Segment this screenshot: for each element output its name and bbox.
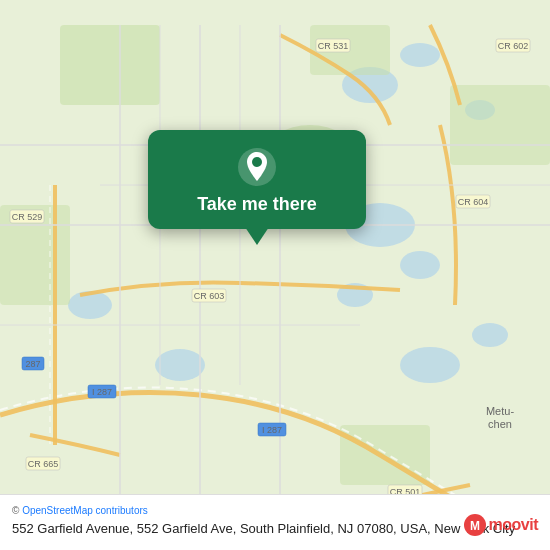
popup-callout[interactable]: Take me there — [148, 130, 366, 229]
svg-text:I 287: I 287 — [262, 425, 282, 435]
take-me-there-label: Take me there — [197, 194, 317, 215]
svg-text:M: M — [470, 519, 480, 533]
svg-text:287: 287 — [25, 359, 40, 369]
location-pin-icon — [238, 148, 276, 186]
svg-point-6 — [155, 349, 205, 381]
svg-text:chen: chen — [488, 418, 512, 430]
svg-point-48 — [252, 157, 262, 167]
moovit-icon: M — [464, 514, 486, 536]
svg-text:CR 602: CR 602 — [498, 41, 529, 51]
osm-link[interactable]: OpenStreetMap contributors — [22, 505, 148, 516]
svg-point-1 — [400, 43, 440, 67]
svg-rect-10 — [60, 25, 160, 105]
svg-point-8 — [472, 323, 508, 347]
moovit-text: moovit — [489, 516, 538, 534]
address-text: 552 Garfield Avenue, 552 Garfield Ave, S… — [12, 520, 538, 538]
svg-rect-12 — [450, 85, 550, 165]
map-svg: CR 531 CR 602 CR 604 CR 529 CR 603 I 287… — [0, 0, 550, 550]
svg-point-7 — [400, 347, 460, 383]
svg-point-4 — [400, 251, 440, 279]
svg-text:Metu-: Metu- — [486, 405, 514, 417]
map-container: CR 531 CR 602 CR 604 CR 529 CR 603 I 287… — [0, 0, 550, 550]
attribution: © OpenStreetMap contributors — [12, 505, 538, 516]
moovit-logo: M moovit — [464, 514, 538, 536]
bottom-bar: © OpenStreetMap contributors 552 Garfiel… — [0, 494, 550, 550]
svg-text:CR 604: CR 604 — [458, 197, 489, 207]
svg-text:CR 529: CR 529 — [12, 212, 43, 222]
svg-text:I 287: I 287 — [92, 387, 112, 397]
svg-text:CR 603: CR 603 — [194, 291, 225, 301]
svg-text:CR 531: CR 531 — [318, 41, 349, 51]
svg-text:CR 665: CR 665 — [28, 459, 59, 469]
